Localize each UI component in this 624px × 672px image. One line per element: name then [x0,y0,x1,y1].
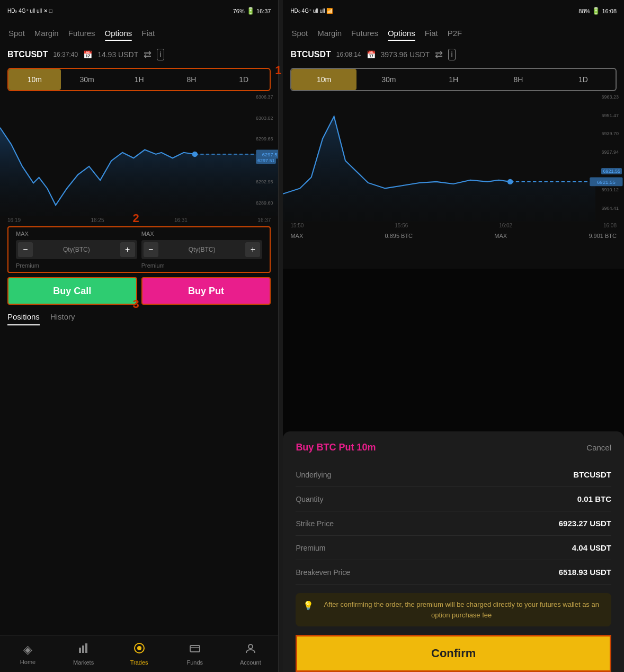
swap-icon-right[interactable]: ⇄ [435,49,443,60]
nav-account-label-left: Account [240,659,261,666]
nav-account-left[interactable]: Account [222,642,278,666]
right-qty-right-max: MAX [494,233,507,239]
chart-times-wrapper-left: 16:19 16:25 16:31 16:37 2 [0,216,278,224]
confirm-button[interactable]: Confirm [296,635,611,672]
time-1d-right[interactable]: 1D [551,69,616,90]
price-label-3: 6299.66 [256,136,277,142]
right-ticker-time: 16:08:14 [336,51,361,58]
tab-margin-left[interactable]: Margin [34,29,59,38]
time-10m-left[interactable]: 10m [8,69,61,90]
qty-minus-right[interactable]: − [144,242,158,257]
qty-label-left: Qty(BTC) [35,246,118,253]
price-label-1: 6306.37 [256,94,277,100]
nav-markets-label-left: Markets [73,659,94,666]
qty-plus-right[interactable]: + [245,242,260,257]
home-icon-left: ◈ [23,643,32,657]
right-chart-svg: 6921.55 [283,94,624,222]
svg-rect-6 [85,643,87,653]
r-time-1556: 15:56 [395,223,408,228]
qty-minus-left[interactable]: − [18,242,33,257]
buy-call-button[interactable]: Buy Call [7,277,137,305]
buy-put-button[interactable]: Buy Put [141,277,271,305]
tab-history[interactable]: History [50,312,75,325]
action-buttons-wrapper: Buy Call Buy Put 3 [0,275,278,307]
svg-point-10 [248,644,253,649]
nav-home-label-left: Home [20,659,35,665]
time-30m-left[interactable]: 30m [61,69,113,90]
time-label-1631: 16:31 [174,217,188,223]
tab-p2f-right[interactable]: P2F [448,29,462,38]
notice-bulb-icon: 💡 [303,600,314,611]
modal-notice: 💡 After confirming the order, the premiu… [296,593,611,626]
right-qty-row: MAX 0.895 BTC MAX 9.901 BTC [283,229,624,242]
annotation-3: 3 [132,297,139,311]
right-panel: HD₀ 4G⁺ ull ull 📶 88% 🔋 16:08 Spot Margi… [283,0,624,672]
r-price-6: 6910.12 [601,187,622,192]
right-chart: 6921.55 6963.23 6951.47 6939.70 6927.94 … [283,94,624,222]
modal-sheet: Buy BTC Put 10m Cancel Underlying BTCUSD… [283,431,624,672]
left-status-right: 76% 🔋 16:37 [233,7,271,15]
calendar-icon-right: 📅 [367,50,376,59]
nav-funds-label-left: Funds [186,659,203,666]
time-10m-right[interactable]: 10m [291,69,356,90]
tab-spot-right[interactable]: Spot [291,29,308,38]
modal-row-premium: Premium 4.04 USDT [296,536,611,560]
svg-point-1 [192,152,198,157]
right-status-bar: HD₀ 4G⁺ ull ull 📶 88% 🔋 16:08 [283,0,624,21]
nav-markets-left[interactable]: Markets [56,642,111,666]
left-ticker-symbol: BTCUSDT [7,50,48,59]
underlying-value: BTCUSDT [573,470,611,479]
time-8h-left[interactable]: 8H [165,69,218,90]
left-bottom-nav: ◈ Home Markets Trades Funds Account [0,635,278,672]
svg-rect-5 [82,646,84,653]
info-icon-right[interactable]: i [448,49,456,60]
r-price-2: 6951.47 [601,113,622,118]
strike-label: Strike Price [296,519,334,528]
tab-futures-left[interactable]: Futures [68,29,95,38]
tab-margin-right[interactable]: Margin [317,29,342,38]
tab-positions[interactable]: Positions [7,312,40,325]
svg-rect-4 [79,648,81,653]
time-1d-left[interactable]: 1D [218,69,270,90]
tab-futures-right[interactable]: Futures [351,29,378,38]
tab-fiat-right[interactable]: Fiat [425,29,438,38]
left-status-bar: HD₀ 4G⁺ ull ull ✕ □ 76% 🔋 16:37 [0,0,278,21]
r-price-3: 6939.70 [601,131,622,136]
r-price-1: 6963.23 [601,94,622,100]
premium-modal-value: 4.04 USDT [572,543,611,552]
swap-icon-left[interactable]: ⇄ [144,49,151,60]
right-ticker-price: 3973.96 USDT [381,50,430,59]
price-label-current: 6297.51 [256,157,277,164]
modal-cancel-button[interactable]: Cancel [586,443,611,452]
tab-options-left[interactable]: Options [105,29,132,38]
right-ticker-symbol: BTCUSDT [290,50,331,59]
order-qty-row-left: − Qty(BTC) + [16,240,137,259]
nav-funds-left[interactable]: Funds [167,642,222,666]
r-time-1550: 15:50 [290,223,304,228]
tab-spot-left[interactable]: Spot [8,29,25,38]
right-status-right: 88% 🔋 16:08 [578,7,617,15]
tab-fiat-left[interactable]: Fiat [141,29,155,38]
right-chart-times: 15:50 15:56 16:02 16:08 [283,222,624,229]
time-1h-left[interactable]: 1H [113,69,165,90]
quantity-label: Quantity [296,495,323,503]
premium-label-right: Premium [141,262,263,269]
tab-options-right[interactable]: Options [388,29,415,38]
qty-plus-left[interactable]: + [120,242,135,257]
time-1h-right[interactable]: 1H [421,69,486,90]
modal-row-underlying: Underlying BTCUSDT [296,463,611,487]
time-30m-right[interactable]: 30m [356,69,421,90]
left-price-labels: 6306.37 6303.02 6299.66 6297.51 6292.95 … [256,94,277,206]
time-8h-right[interactable]: 8H [486,69,550,90]
right-ticker-row: BTCUSDT 16:08:14 📅 3973.96 USDT ⇄ i [283,45,624,65]
premium-label-left: Premium [16,262,137,269]
nav-trades-left[interactable]: Trades [111,642,167,666]
svg-point-12 [507,179,513,184]
left-ticker-row: BTCUSDT 16:37:40 📅 14.93 USDT ⇄ i [0,45,278,65]
annotation-2: 2 [132,211,139,225]
nav-home-left[interactable]: ◈ Home [0,643,56,665]
time-label-1637: 16:37 [257,217,271,223]
info-icon-left[interactable]: i [157,49,164,60]
r-time-1602: 16:02 [499,223,512,228]
breakeven-label: Breakeven Price [296,568,350,577]
